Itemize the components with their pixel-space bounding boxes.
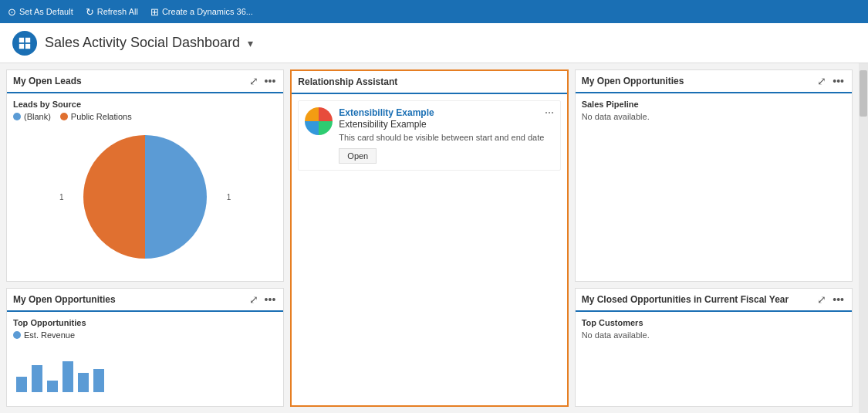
my-open-opportunities-panel: My Open Opportunities ⤢ ••• Sales Pipeli…: [575, 69, 853, 282]
panel-actions: ⤢ •••: [816, 75, 846, 87]
my-open-leads-panel: My Open Leads ⤢ ••• Leads by Source (Bla…: [6, 69, 284, 282]
expand-button[interactable]: ⤢: [248, 75, 260, 87]
set-as-default-button[interactable]: ⊙ Set As Default: [8, 6, 73, 18]
panel-body: Extensibility Example Extensibility Exam…: [292, 94, 566, 405]
legend-item-blank: (Blank): [13, 112, 51, 121]
panel-header: My Open Opportunities ⤢ •••: [7, 289, 283, 312]
panel-title: My Open Opportunities: [13, 294, 116, 305]
no-data-message: No data available.: [582, 112, 846, 121]
more-button[interactable]: •••: [831, 293, 846, 306]
section-label: Top Customers: [582, 318, 846, 327]
scrollbar[interactable]: [859, 63, 868, 413]
create-icon: ⊞: [150, 6, 159, 18]
pie-chart: [83, 135, 207, 259]
bar-item: [62, 361, 73, 392]
panel-body: Sales Pipeline No data available.: [576, 93, 852, 281]
page-title: Sales Activity Social Dashboard: [45, 35, 240, 51]
svg-rect-0: [19, 37, 24, 42]
section-label: Top Opportunities: [13, 318, 277, 327]
bar-item: [93, 369, 104, 392]
panel-body: Top Customers No data available.: [576, 312, 852, 407]
no-data-message: No data available.: [582, 330, 846, 340]
create-dynamics-button[interactable]: ⊞ Create a Dynamics 36...: [150, 6, 253, 18]
legend-dot-blank: [13, 113, 21, 120]
panel-body: Leads by Source (Blank) Public Relations…: [7, 93, 283, 281]
ra-card-subtitle: Extensibility Example: [339, 119, 434, 130]
pie-label-left: 1: [59, 193, 64, 201]
more-button[interactable]: •••: [831, 75, 846, 87]
ra-card: Extensibility Example Extensibility Exam…: [298, 100, 560, 171]
legend-item-pr: Public Relations: [60, 112, 132, 121]
bar-item: [32, 365, 42, 392]
legend-item-revenue: Est. Revenue: [13, 330, 75, 340]
top-navigation-bar: ⊙ Set As Default ↻ Refresh All ⊞ Create …: [0, 0, 868, 23]
more-button[interactable]: •••: [263, 75, 278, 87]
relationship-assistant-panel: Relationship Assistant: [290, 69, 568, 407]
panel-title: My Open Leads: [13, 76, 82, 86]
panel-title: My Closed Opportunities in Current Fisca…: [582, 294, 789, 305]
ra-card-title-link[interactable]: Extensibility Example: [339, 107, 434, 118]
svg-rect-2: [19, 43, 24, 48]
panel-header: My Open Opportunities ⤢ •••: [576, 70, 852, 93]
panel-actions: ⤢ •••: [248, 75, 278, 87]
panel-actions: ⤢ •••: [816, 293, 846, 306]
refresh-all-button[interactable]: ↻ Refresh All: [86, 6, 138, 18]
my-open-opportunities-bottom-panel: My Open Opportunities ⤢ ••• Top Opportun…: [6, 288, 284, 408]
pie-chart-container: 1 1: [13, 127, 277, 266]
panel-header: Relationship Assistant: [292, 71, 566, 94]
section-label: Leads by Source: [13, 100, 277, 109]
chart-legend: (Blank) Public Relations: [13, 112, 277, 121]
ra-card-header: Extensibility Example Extensibility Exam…: [339, 107, 553, 130]
section-label: Sales Pipeline: [582, 100, 846, 109]
ra-open-button[interactable]: Open: [339, 148, 377, 164]
main-content: My Open Opportunities ⤢ ••• Sales Pipeli…: [0, 63, 868, 413]
more-button[interactable]: •••: [263, 293, 278, 306]
legend-dot-pr: [60, 113, 68, 120]
svg-rect-1: [25, 37, 30, 42]
title-bar: Sales Activity Social Dashboard ▾: [0, 23, 868, 63]
panel-header: My Closed Opportunities in Current Fisca…: [576, 289, 852, 312]
refresh-icon: ↻: [86, 6, 94, 18]
set-default-icon: ⊙: [8, 6, 16, 18]
legend-dot-revenue: [13, 331, 21, 339]
expand-button[interactable]: ⤢: [248, 293, 260, 306]
expand-button[interactable]: ⤢: [816, 293, 828, 306]
expand-button[interactable]: ⤢: [816, 75, 828, 87]
panel-title: My Open Opportunities: [582, 76, 684, 86]
panel-header: My Open Leads ⤢ •••: [7, 70, 283, 93]
ra-card-content: Extensibility Example Extensibility Exam…: [339, 107, 553, 164]
scroll-thumb[interactable]: [860, 70, 867, 117]
pie-label-right: 1: [227, 193, 231, 201]
my-closed-opportunities-panel: My Closed Opportunities in Current Fisca…: [575, 288, 853, 408]
chart-legend: Est. Revenue: [13, 330, 277, 340]
panel-body: Top Opportunities Est. Revenue: [7, 312, 283, 407]
panel-title: Relationship Assistant: [298, 76, 397, 87]
legend-label-pr: Public Relations: [71, 112, 132, 121]
bar-item: [47, 381, 58, 392]
ra-card-icon: [305, 107, 333, 135]
legend-label-blank: (Blank): [24, 112, 51, 121]
panel-actions: ⤢ •••: [248, 293, 278, 306]
dashboard-grid: My Open Opportunities ⤢ ••• Sales Pipeli…: [0, 63, 859, 413]
ra-card-description: This card should be visible between star…: [339, 133, 553, 142]
title-dropdown-arrow[interactable]: ▾: [248, 37, 253, 49]
svg-rect-3: [25, 43, 30, 48]
bar-item: [16, 377, 27, 392]
app-avatar: [12, 31, 37, 56]
bar-chart: [13, 346, 277, 392]
ra-more-icon[interactable]: ⋯: [545, 107, 554, 118]
bar-item: [78, 373, 89, 392]
legend-label-revenue: Est. Revenue: [24, 330, 75, 340]
